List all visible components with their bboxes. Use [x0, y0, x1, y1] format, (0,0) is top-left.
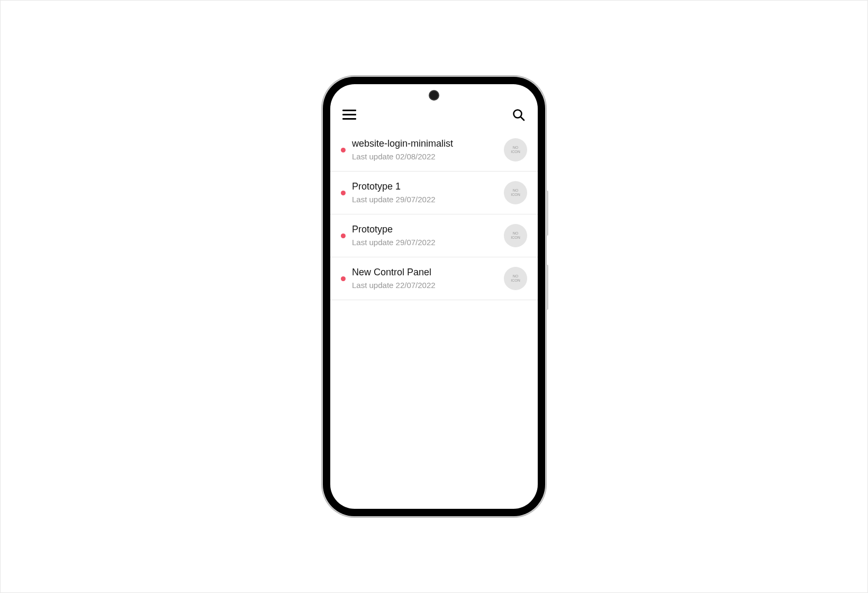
status-dot-icon — [341, 276, 346, 281]
svg-rect-0 — [342, 110, 356, 111]
list-item[interactable]: Prototype Last update 29/07/2022 NO ICON — [330, 214, 538, 257]
list-item-title: New Control Panel — [352, 267, 498, 278]
list-item-body: New Control Panel Last update 22/07/2022 — [352, 267, 498, 290]
project-list[interactable]: website-login-minimalist Last update 02/… — [330, 129, 538, 509]
list-item-title: Prototype — [352, 224, 498, 236]
search-icon — [512, 109, 525, 121]
list-item-body: Prototype Last update 29/07/2022 — [352, 224, 498, 247]
list-item-thumbnail: NO ICON — [504, 224, 527, 247]
list-item-body: website-login-minimalist Last update 02/… — [352, 138, 498, 161]
search-button[interactable] — [511, 107, 526, 122]
list-item-thumbnail: NO ICON — [504, 181, 527, 204]
front-camera — [429, 90, 439, 101]
list-item-subtitle: Last update 02/08/2022 — [352, 152, 498, 161]
list-item-subtitle: Last update 29/07/2022 — [352, 238, 498, 247]
list-item-thumbnail: NO ICON — [504, 138, 527, 161]
list-item[interactable]: New Control Panel Last update 22/07/2022… — [330, 257, 538, 300]
list-item-body: Prototype 1 Last update 29/07/2022 — [352, 181, 498, 204]
menu-button[interactable] — [342, 107, 357, 122]
list-item[interactable]: Prototype 1 Last update 29/07/2022 NO IC… — [330, 172, 538, 214]
list-item-subtitle: Last update 22/07/2022 — [352, 281, 498, 290]
status-dot-icon — [341, 233, 346, 238]
svg-line-4 — [521, 117, 524, 120]
list-item-subtitle: Last update 29/07/2022 — [352, 195, 498, 204]
hamburger-icon — [342, 110, 356, 120]
phone-screen: website-login-minimalist Last update 02/… — [330, 84, 538, 509]
status-dot-icon — [341, 191, 346, 195]
list-item[interactable]: website-login-minimalist Last update 02/… — [330, 129, 538, 172]
svg-rect-1 — [342, 114, 356, 115]
status-dot-icon — [341, 148, 346, 152]
list-item-title: Prototype 1 — [352, 181, 498, 193]
list-item-thumbnail: NO ICON — [504, 267, 527, 290]
phone-device-frame: website-login-minimalist Last update 02/… — [323, 77, 545, 516]
list-item-title: website-login-minimalist — [352, 138, 498, 150]
svg-rect-2 — [342, 118, 356, 120]
